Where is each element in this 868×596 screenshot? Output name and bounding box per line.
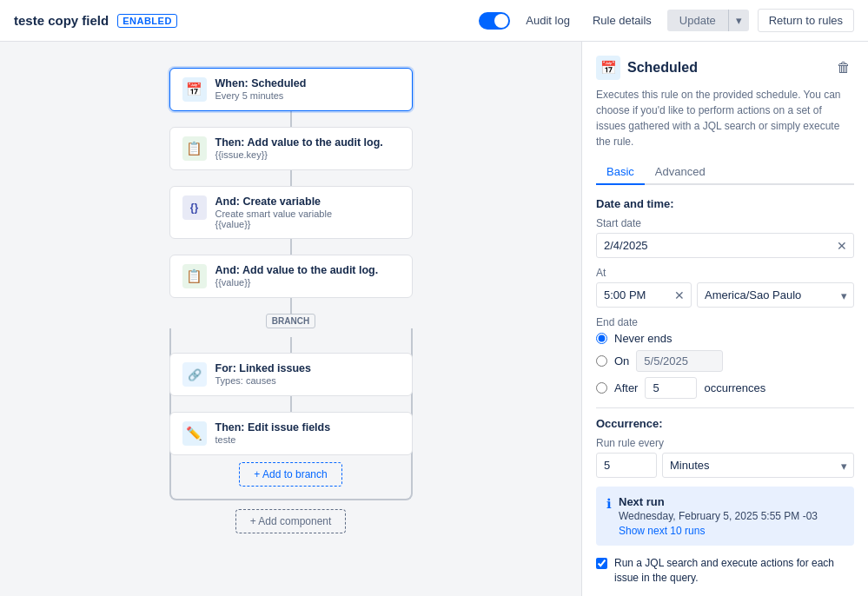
- run-every-input[interactable]: [596, 453, 657, 478]
- panel-header: 📅 Scheduled 🗑: [596, 56, 854, 80]
- at-label: At: [596, 267, 854, 279]
- connector-4: [290, 298, 292, 314]
- top-bar-actions: Audit log Rule details Update ▾ Return t…: [479, 9, 854, 32]
- timezone-select[interactable]: America/Sao Paulo America/New_York UTC E…: [697, 282, 854, 308]
- occurrence-section: Occurrence: Run rule every Minutes Hours…: [596, 417, 854, 478]
- next-run-box: ℹ Next run Wednesday, February 5, 2025 5…: [596, 487, 854, 546]
- canvas: 📅 When: Scheduled Every 5 minutes 📋 Then…: [0, 42, 581, 596]
- update-button[interactable]: Update: [667, 10, 728, 31]
- action-3-text: And: Add value to the audit log. {{value…: [215, 264, 400, 288]
- page-title: teste copy field: [14, 13, 109, 28]
- return-to-rules-button[interactable]: Return to rules: [758, 9, 854, 32]
- main-layout: 📅 When: Scheduled Every 5 minutes 📋 Then…: [0, 42, 868, 596]
- run-every-row: Minutes Hours Days Weeks: [596, 453, 854, 478]
- action-card-1[interactable]: 📋 Then: Add value to the audit log. {{is…: [169, 127, 413, 170]
- flow-container: 📅 When: Scheduled Every 5 minutes 📋 Then…: [83, 68, 500, 533]
- occurrence-title: Occurrence:: [596, 417, 854, 430]
- start-date-wrap: ✕: [596, 233, 854, 258]
- timezone-wrap: America/Sao Paulo America/New_York UTC E…: [697, 282, 854, 308]
- after-radio[interactable]: [596, 382, 607, 394]
- next-run-date: Wednesday, February 5, 2025 5:55 PM -03: [619, 510, 844, 522]
- action-3-sub: {{value}}: [215, 277, 400, 288]
- action-1-text: Then: Add value to the audit log. {{issu…: [215, 136, 400, 160]
- jql-section: Run a JQL search and execute actions for…: [596, 556, 854, 596]
- delete-button[interactable]: 🗑: [833, 56, 854, 79]
- trigger-sub: Every 5 minutes: [215, 90, 400, 101]
- branch-wrapper: BRANCH 🔗 For: Linked issues Types: cause…: [83, 314, 500, 500]
- enabled-badge: ENABLED: [117, 14, 177, 28]
- next-run-content: Next run Wednesday, February 5, 2025 5:5…: [619, 495, 844, 537]
- never-ends-radio[interactable]: [596, 333, 607, 344]
- linked-issues-icon: 🔗: [182, 362, 207, 387]
- on-date-row: On: [596, 350, 854, 372]
- branch-label: BRANCH: [266, 314, 315, 328]
- tab-basic[interactable]: Basic: [596, 160, 645, 185]
- date-time-section-title: Date and time:: [596, 197, 854, 210]
- info-icon: ℹ: [606, 496, 612, 512]
- trigger-card[interactable]: 📅 When: Scheduled Every 5 minutes: [169, 68, 413, 111]
- action-2-text: And: Create variable Create smart value …: [215, 195, 400, 229]
- jql-checkbox-row: Run a JQL search and execute actions for…: [596, 556, 854, 586]
- next-run-title: Next run: [619, 495, 844, 508]
- update-button-group: Update ▾: [667, 10, 749, 31]
- panel-header-left: 📅 Scheduled: [596, 56, 698, 80]
- connector-2: [290, 170, 292, 186]
- branch-for-title: For: Linked issues: [215, 362, 400, 374]
- right-panel: 📅 Scheduled 🗑 Executes this rule on the …: [581, 42, 868, 596]
- branch-for-card[interactable]: 🔗 For: Linked issues Types: causes: [169, 353, 413, 396]
- action-1-sub: {{issue.key}}: [215, 149, 400, 160]
- doc-icon-1: 📋: [182, 136, 207, 161]
- after-label: After: [614, 381, 638, 394]
- jql-checkbox[interactable]: [596, 558, 607, 569]
- end-date-label: End date: [596, 316, 854, 328]
- trigger-title: When: Scheduled: [215, 77, 400, 89]
- branch-inner: 🔗 For: Linked issues Types: causes ✏️ Th…: [169, 328, 413, 500]
- panel-description: Executes this rule on the provided sched…: [596, 87, 854, 149]
- add-to-branch-button[interactable]: + Add to branch: [239, 462, 341, 487]
- at-row: ✕ America/Sao Paulo America/New_York UTC…: [596, 282, 854, 308]
- run-unit-wrap: Minutes Hours Days Weeks: [662, 453, 854, 478]
- never-ends-label: Never ends: [614, 332, 672, 345]
- panel-calendar-icon: 📅: [596, 56, 620, 80]
- action-1-title: Then: Add value to the audit log.: [215, 136, 400, 149]
- show-next-runs-link[interactable]: Show next 10 runs: [619, 525, 705, 537]
- branch-then-sub: teste: [215, 434, 400, 445]
- action-2-sub: Create smart value variable {{value}}: [215, 209, 400, 229]
- time-input-wrap: ✕: [596, 282, 692, 308]
- top-bar: teste copy field ENABLED Audit log Rule …: [0, 0, 868, 42]
- branch-then-text: Then: Edit issue fields teste: [215, 421, 400, 445]
- on-radio[interactable]: [596, 355, 607, 367]
- update-dropdown-button[interactable]: ▾: [728, 10, 749, 31]
- on-label: On: [614, 354, 629, 368]
- panel-title: Scheduled: [627, 60, 698, 76]
- never-ends-row: Never ends: [596, 332, 854, 345]
- branch-connector-top: [290, 337, 292, 353]
- branch-for-text: For: Linked issues Types: causes: [215, 362, 400, 386]
- tab-advanced[interactable]: Advanced: [645, 160, 716, 185]
- rule-details-button[interactable]: Rule details: [586, 10, 659, 30]
- doc-icon-3: 📋: [182, 264, 207, 288]
- end-date-section: End date Never ends On After occurrences: [596, 316, 854, 399]
- audit-log-button[interactable]: Audit log: [519, 10, 577, 30]
- branch-then-title: Then: Edit issue fields: [215, 421, 400, 434]
- pencil-icon: ✏️: [182, 421, 207, 446]
- action-card-2[interactable]: {} And: Create variable Create smart val…: [169, 186, 413, 239]
- jql-checkbox-label: Run a JQL search and execute actions for…: [614, 556, 854, 586]
- panel-tabs: Basic Advanced: [596, 160, 854, 185]
- on-date-input[interactable]: [636, 350, 723, 372]
- add-component-button[interactable]: + Add component: [235, 509, 347, 533]
- occurrences-label: occurrences: [704, 381, 765, 394]
- clear-start-date-icon[interactable]: ✕: [837, 239, 847, 253]
- start-date-label: Start date: [596, 217, 854, 229]
- action-2-title: And: Create variable: [215, 195, 400, 208]
- trigger-card-text: When: Scheduled Every 5 minutes: [215, 77, 400, 101]
- action-card-3[interactable]: 📋 And: Add value to the audit log. {{val…: [169, 255, 413, 298]
- run-unit-select[interactable]: Minutes Hours Days Weeks: [662, 453, 854, 478]
- start-date-input[interactable]: [596, 233, 854, 258]
- branch-then-card[interactable]: ✏️ Then: Edit issue fields teste: [169, 412, 413, 455]
- connector-1: [290, 111, 292, 127]
- enabled-toggle[interactable]: [479, 12, 510, 30]
- after-count-input[interactable]: [645, 377, 697, 399]
- calendar-icon: 📅: [182, 77, 207, 102]
- clear-time-icon[interactable]: ✕: [674, 288, 685, 302]
